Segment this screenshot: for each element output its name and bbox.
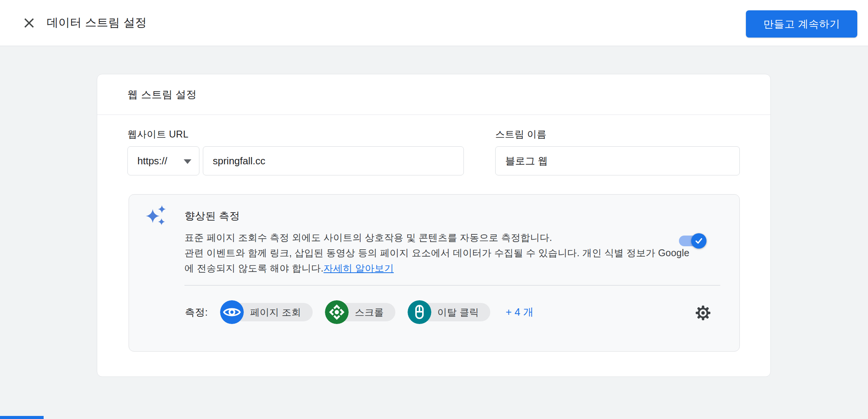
enhanced-measurement-panel: 향상된 측정 표준 페이지 조회수 측정 외에도 사이트의 상호작용 및 콘텐츠…	[129, 194, 740, 352]
close-button[interactable]	[22, 16, 36, 30]
scroll-icon	[325, 300, 349, 324]
enhanced-measurement-title: 향상된 측정	[184, 209, 240, 223]
close-icon	[23, 16, 36, 29]
stream-name-input[interactable]	[495, 146, 740, 175]
create-and-continue-button[interactable]: 만들고 계속하기	[746, 10, 857, 38]
bottom-blue-strip	[0, 416, 44, 419]
website-url-input[interactable]	[203, 146, 464, 175]
chip-scrolls[interactable]: 스크롤	[325, 300, 395, 324]
chip-label: 페이지 조회	[232, 303, 313, 321]
description-line-2: 관련 이벤트와 함께 링크, 삽입된 동영상 등의 페이지 요소에서 데이터가 …	[184, 247, 689, 273]
toggle-thumb	[691, 233, 706, 249]
dialog-title: 데이터 스트림 설정	[47, 15, 147, 31]
checkmark-icon	[694, 236, 704, 246]
enhanced-measurement-toggle[interactable]	[679, 236, 706, 246]
learn-more-link[interactable]: 자세히 알아보기	[323, 263, 394, 273]
card-header-title: 웹 스트림 설정	[97, 74, 770, 115]
eye-icon	[220, 300, 244, 324]
gear-icon	[695, 304, 711, 321]
measuring-label: 측정:	[185, 306, 208, 319]
measurement-chips-row: 측정: 페이지 조회 스	[185, 300, 534, 324]
protocol-dropdown[interactable]: https://	[127, 146, 199, 175]
data-stream-setup-page: { "dialog": { "title": "데이터 스트림 설정", "cr…	[0, 0, 868, 419]
more-measurements-link[interactable]: + 4 개	[506, 305, 534, 319]
chip-page-views[interactable]: 페이지 조회	[220, 300, 313, 324]
web-stream-card: 웹 스트림 설정 웹사이트 URL 스트림 이름 https:// 향상된 측정…	[97, 74, 771, 377]
stream-name-label: 스트림 이름	[495, 128, 547, 141]
mouse-icon	[408, 300, 431, 324]
enhanced-measurement-settings-button[interactable]	[695, 304, 711, 321]
website-url-label: 웹사이트 URL	[127, 128, 188, 141]
panel-divider	[184, 285, 720, 286]
protocol-dropdown-value: https://	[137, 155, 167, 167]
dialog-top-bar: 데이터 스트림 설정 만들고 계속하기	[0, 0, 868, 46]
chevron-down-icon	[184, 159, 191, 164]
sparkle-icon	[143, 203, 167, 228]
enhanced-measurement-description: 표준 페이지 조회수 측정 외에도 사이트의 상호작용 및 콘텐츠를 자동으로 …	[184, 230, 695, 276]
description-line-1: 표준 페이지 조회수 측정 외에도 사이트의 상호작용 및 콘텐츠를 자동으로 …	[184, 232, 552, 243]
chip-outbound-clicks[interactable]: 이탈 클릭	[408, 300, 490, 324]
